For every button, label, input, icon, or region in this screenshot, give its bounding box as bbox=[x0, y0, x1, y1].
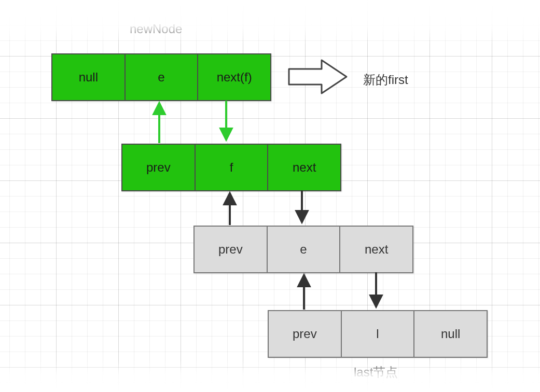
big-arrow-icon bbox=[289, 60, 347, 93]
label-new-node: newNode bbox=[130, 22, 182, 36]
node4-cell-prev: prev bbox=[269, 311, 342, 357]
node-e: prev e next bbox=[193, 226, 413, 273]
node2-cell-value: f bbox=[196, 145, 269, 190]
node-new-node: null e next(f) bbox=[51, 53, 271, 101]
node1-cell-value: e bbox=[126, 54, 199, 100]
node4-cell-next: null bbox=[414, 311, 487, 357]
diagram-stage: newNode 新的first last节点 null e next(f) pr… bbox=[0, 0, 540, 392]
node1-cell-prev: null bbox=[52, 54, 126, 100]
node3-cell-next: next bbox=[340, 227, 412, 272]
node1-cell-next: next(f) bbox=[198, 54, 270, 100]
label-last-node: last节点 bbox=[354, 364, 398, 381]
node2-cell-prev: prev bbox=[122, 145, 196, 190]
node3-cell-value: e bbox=[268, 227, 341, 272]
label-new-first: 新的first bbox=[363, 72, 408, 88]
node-last: prev l null bbox=[268, 310, 488, 358]
node-f: prev f next bbox=[121, 144, 341, 191]
node2-cell-next: next bbox=[268, 145, 340, 190]
node4-cell-value: l bbox=[342, 311, 415, 357]
node3-cell-prev: prev bbox=[195, 227, 268, 272]
